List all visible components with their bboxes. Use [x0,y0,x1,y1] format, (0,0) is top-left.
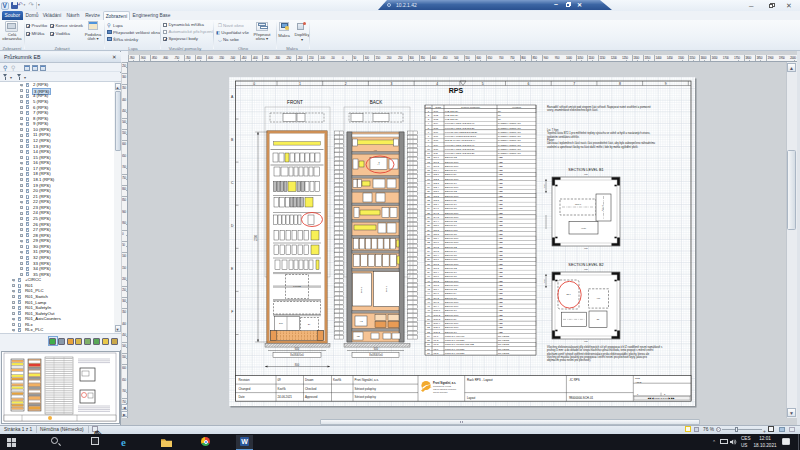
svg-text:+RPS: +RPS [635,381,642,384]
svg-text:-Q11.2: -Q11.2 [433,331,441,334]
svg-text:-Q7.3: -Q7.3 [433,267,440,270]
svg-text:-Q10.1: -Q10.1 [433,309,441,312]
svg-text:-Q8.4: -Q8.4 [433,288,440,291]
svg-text:600: 600 [374,347,379,351]
svg-text:-Q7.2: -Q7.2 [433,263,440,266]
svg-text:Výrobce: Výrobce [512,106,522,109]
svg-text:ABB: ABB [498,161,503,164]
svg-text:-Q6.3: -Q6.3 [433,250,440,253]
svg-text:K049NT4-PS/3AC/24DC/20: K049NT4-PS/3AC/24DC/20 [445,148,475,151]
svg-text:ABB: ABB [498,237,503,240]
svg-text:ABB: ABB [498,318,503,321]
svg-text:PHOENIX CONTACT: PHOENIX CONTACT [498,135,521,138]
svg-text:Box 1: Box 1 [385,285,388,292]
svg-text:Čísla: Čísla [435,106,441,109]
svg-text:ABB: ABB [498,305,503,308]
svg-text:S29076-C10: S29076-C10 [445,301,459,304]
svg-text:-Q10.3: -Q10.3 [433,318,441,321]
svg-text:ABB: ABB [498,169,503,172]
svg-text:ABB: ABB [498,216,503,219]
svg-text:NF: NF [498,110,502,113]
svg-text:TRAFECO: TRAFECO [498,348,510,351]
svg-text:-Q5.3: -Q5.3 [433,233,440,236]
svg-text:S29076-C10: S29076-C10 [445,241,459,244]
svg-text:-Q8.2: -Q8.2 [433,280,440,283]
svg-text:ABB: ABB [498,280,503,283]
svg-text:ABB: ABB [498,229,503,232]
svg-text:ABB: ABB [498,182,503,185]
svg-text:7TTN-3.6-460/230: 7TTN-3.6-460/230 [445,348,465,351]
svg-text:-T1.3: -T1.3 [433,343,439,346]
svg-text:-Q5.4: -Q5.4 [433,237,440,240]
svg-text:BACK: BACK [370,100,383,105]
svg-text:Rack RPS - Layout: Rack RPS - Layout [467,378,493,382]
svg-text:-T2.1: -T2.1 [433,348,439,351]
svg-text:-Q2.2: -Q2.2 [433,178,440,181]
svg-text:◀◀ ◀ Page 3 of 10 ▶ ▶▶: ◀◀ ◀ Page 3 of 10 ▶ ▶▶ [647,397,674,400]
svg-text:ABB: ABB [498,271,503,274]
svg-text:S201M-C2: S201M-C2 [445,199,457,202]
svg-text:Fan: Fan [597,297,600,299]
svg-text:S29076-C16: S29076-C16 [445,305,459,308]
svg-text:ABB: ABB [498,246,503,249]
svg-text:objímacím prvku nesmí pro plec: objímacím prvku nesmí pro plechové). [547,358,591,362]
svg-text:S29076-C10: S29076-C10 [445,326,459,329]
svg-text:-Q11.1: -Q11.1 [433,326,441,329]
svg-text:7TTN-3.6-460/400: 7TTN-3.6-460/400 [445,335,465,338]
svg-text:S29076-C2: S29076-C2 [445,246,458,249]
svg-text:ABB: ABB [498,314,503,317]
svg-text:S29076-C10: S29076-C10 [445,161,459,164]
svg-text:ABB: ABB [498,190,503,193]
svg-text:ABB: ABB [498,186,503,189]
svg-text:Typové označení: Typové označení [461,106,480,109]
svg-text:PHOENIX CONTACT: PHOENIX CONTACT [498,144,521,147]
svg-text:-T1.2: -T1.2 [433,339,439,342]
svg-text:-Q4.1: -Q4.1 [433,207,440,210]
svg-text:600: 600 [295,347,300,351]
svg-text:-Q2.4: -Q2.4 [433,186,440,189]
svg-text:S29076-C10: S29076-C10 [445,195,459,198]
svg-text:Date: Date [239,395,245,399]
svg-text:S29076-C4: S29076-C4 [445,271,458,274]
svg-text:S29076-C16: S29076-C16 [445,212,459,215]
svg-text:ABB: ABB [498,275,503,278]
svg-text:-Q3.3: -Q3.3 [433,199,440,202]
svg-text:S201M-C6: S201M-C6 [445,173,457,176]
svg-text:ABB: ABB [498,199,503,202]
svg-text:PHOENIX CONTACT: PHOENIX CONTACT [498,148,521,151]
svg-text:Rack 2: Rack 2 [601,204,603,211]
svg-text:ABB: ABB [498,156,503,159]
svg-text:uvolnění a upevňovat částky na: uvolnění a upevňovat částky na části dal… [547,145,638,149]
svg-text:NF: NF [498,114,502,117]
svg-text:PHOENIX CONTACT: PHOENIX CONTACT [498,131,521,134]
svg-text:ABB: ABB [498,178,503,181]
svg-text:S29076-C6: S29076-C6 [445,275,458,278]
svg-text:7TTN-3.6-460/230: 7TTN-3.6-460/230 [445,339,465,342]
svg-text:ABB: ABB [498,258,503,261]
svg-text:S29076-C10: S29076-C10 [445,216,459,219]
svg-text:-Q1.3: -Q1.3 [433,165,440,168]
svg-text:KLB 12R-S4: KLB 12R-S4 [445,114,459,117]
svg-text:-Q4.3: -Q4.3 [433,216,440,219]
svg-text:-Q4.4: -Q4.4 [433,220,440,223]
svg-text:S29076-C4: S29076-C4 [445,182,458,185]
svg-text:ABB: ABB [498,195,503,198]
svg-text:-PE: -PE [356,335,360,337]
svg-text:-G03: -G03 [433,118,439,121]
svg-text:K049NT-CRYNSO24DC/33/20: K049NT-CRYNSO24DC/33/20 [445,131,478,134]
svg-text:S29076-C6: S29076-C6 [445,233,458,236]
svg-text:ABB: ABB [498,212,503,215]
svg-text:S29076-C16: S29076-C16 [445,186,459,189]
svg-text:ABB: ABB [498,233,503,236]
svg-text:800: 800 [295,363,300,367]
svg-text:2200: 2200 [254,235,258,241]
svg-text:Kovřík: Kovřík [333,378,342,382]
svg-text:S29076-C4: S29076-C4 [445,309,458,312]
svg-text:-G04: -G04 [433,122,439,125]
svg-text:-G11: -G11 [433,152,439,155]
svg-text:-Q7.1: -Q7.1 [433,258,440,261]
svg-text:K049NT4-PS/3AC/24DC/40: K049NT4-PS/3AC/24DC/40 [445,122,475,125]
svg-text:K049NT4-PS/3AC/24DC/20: K049NT4-PS/3AC/24DC/20 [445,127,475,130]
svg-text:PHOENIX CONTACT: PHOENIX CONTACT [498,127,521,130]
svg-text:-Q6.2: -Q6.2 [433,246,440,249]
